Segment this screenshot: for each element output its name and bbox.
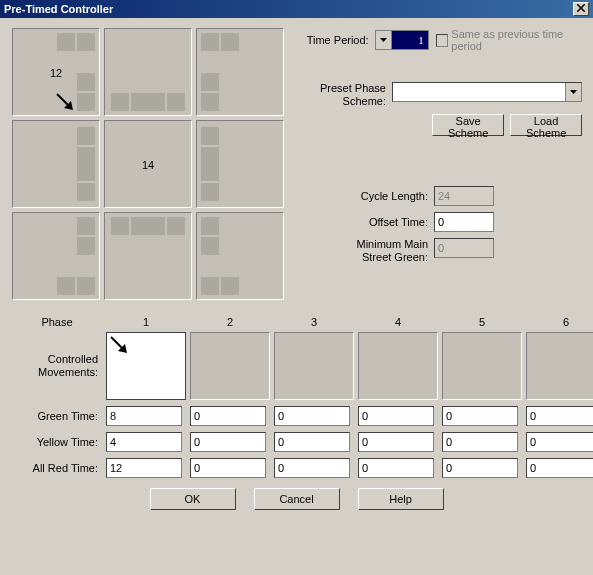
- movement-box-4[interactable]: [358, 332, 438, 400]
- svg-marker-2: [380, 38, 387, 42]
- svg-marker-3: [570, 90, 577, 94]
- grid-cell-ne[interactable]: [196, 28, 284, 116]
- all-red-time-label: All Red Time:: [12, 462, 102, 474]
- load-scheme-button[interactable]: Load Scheme: [510, 114, 582, 136]
- grid-cell-label: 12: [13, 67, 99, 79]
- close-button[interactable]: [573, 2, 589, 16]
- preset-scheme-input[interactable]: [393, 83, 565, 101]
- grid-cell-center[interactable]: 14: [104, 120, 192, 208]
- phase-col-6: 6: [526, 316, 593, 328]
- chevron-down-icon[interactable]: [565, 83, 581, 101]
- phase-col-3: 3: [274, 316, 354, 328]
- phase-col-5: 5: [442, 316, 522, 328]
- all-red-time-1[interactable]: [106, 458, 182, 478]
- grid-cell-sw[interactable]: [12, 212, 100, 300]
- all-red-time-5[interactable]: [442, 458, 518, 478]
- grid-cell-s[interactable]: [104, 212, 192, 300]
- time-period-label: Time Period:: [304, 34, 375, 46]
- movement-box-6[interactable]: [526, 332, 593, 400]
- phase-header-row: Phase 1 2 3 4 5 6: [12, 316, 581, 328]
- green-time-2[interactable]: [190, 406, 266, 426]
- green-time-6[interactable]: [526, 406, 593, 426]
- grid-cell-label: 14: [105, 159, 191, 171]
- movement-box-5[interactable]: [442, 332, 522, 400]
- grid-cell-n[interactable]: [104, 28, 192, 116]
- controlled-movements-label: Controlled Movements:: [38, 353, 98, 378]
- green-time-4[interactable]: [358, 406, 434, 426]
- green-time-label: Green Time:: [12, 410, 102, 422]
- time-period-input[interactable]: [392, 31, 428, 49]
- green-time-5[interactable]: [442, 406, 518, 426]
- movement-box-3[interactable]: [274, 332, 354, 400]
- same-as-previous-label: Same as previous time period: [451, 28, 582, 52]
- cancel-button[interactable]: Cancel: [254, 488, 340, 510]
- grid-cell-se[interactable]: [196, 212, 284, 300]
- min-main-green-input: [434, 238, 494, 258]
- save-scheme-button[interactable]: Save Scheme: [432, 114, 504, 136]
- green-time-3[interactable]: [274, 406, 350, 426]
- yellow-time-2[interactable]: [190, 432, 266, 452]
- grid-cell-w[interactable]: [12, 120, 100, 208]
- preset-scheme-combo[interactable]: [392, 82, 582, 102]
- preset-scheme-label-1: Preset Phase: [320, 82, 386, 94]
- all-red-time-4[interactable]: [358, 458, 434, 478]
- movement-box-2[interactable]: [190, 332, 270, 400]
- title-bar: Pre-Timed Controller: [0, 0, 593, 18]
- grid-cell-e[interactable]: [196, 120, 284, 208]
- yellow-time-3[interactable]: [274, 432, 350, 452]
- phase-col-1: 1: [106, 316, 186, 328]
- ok-button[interactable]: OK: [150, 488, 236, 510]
- help-button[interactable]: Help: [358, 488, 444, 510]
- yellow-time-1[interactable]: [106, 432, 182, 452]
- all-red-time-2[interactable]: [190, 458, 266, 478]
- phase-col-2: 2: [190, 316, 270, 328]
- phase-header-label: Phase: [12, 316, 102, 328]
- preset-scheme-label-2: Scheme:: [343, 95, 386, 107]
- grid-cell-nw[interactable]: 12: [12, 28, 100, 116]
- offset-time-input[interactable]: [434, 212, 494, 232]
- min-main-green-label-2: Street Green:: [362, 251, 428, 263]
- intersection-grid: 12: [12, 28, 284, 300]
- yellow-time-5[interactable]: [442, 432, 518, 452]
- chevron-down-icon[interactable]: [376, 31, 392, 49]
- phase-col-4: 4: [358, 316, 438, 328]
- all-red-time-3[interactable]: [274, 458, 350, 478]
- movement-box-1[interactable]: [106, 332, 186, 400]
- yellow-time-6[interactable]: [526, 432, 593, 452]
- offset-time-label: Offset Time:: [304, 216, 434, 228]
- arrow-se-icon: [109, 335, 129, 355]
- window-title: Pre-Timed Controller: [4, 0, 113, 18]
- cycle-length-label: Cycle Length:: [304, 190, 434, 202]
- yellow-time-4[interactable]: [358, 432, 434, 452]
- cycle-length-input: [434, 186, 494, 206]
- min-main-green-label-1: Minimum Main: [356, 238, 428, 250]
- yellow-time-label: Yellow Time:: [12, 436, 102, 448]
- arrow-se-icon: [55, 92, 75, 112]
- time-period-spinner[interactable]: [375, 30, 429, 50]
- green-time-1[interactable]: [106, 406, 182, 426]
- all-red-time-6[interactable]: [526, 458, 593, 478]
- same-as-previous-checkbox: [436, 34, 448, 47]
